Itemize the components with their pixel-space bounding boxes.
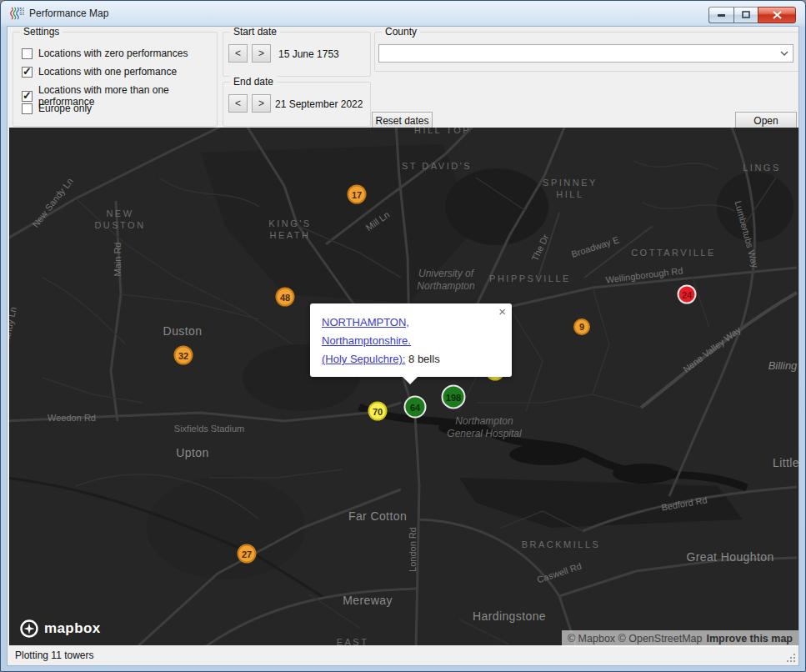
close-button[interactable] [758,7,796,23]
map-label: SPINNEY HILL [543,177,598,200]
map-marker-48[interactable]: 48 [276,288,295,307]
end-date-group: End date < > 21 September 2022 [223,82,371,127]
map-label: Far Cotton [348,509,407,523]
checkbox-label: Locations with one perfomance [38,66,177,78]
map[interactable]: HILL TOPST DAVID'SSPINNEY HILLLINGSNEW D… [9,128,798,647]
popup-bells-text: 8 bells [405,353,439,365]
map-roads-layer [9,128,798,647]
settings-group-label: Settings [20,26,63,38]
end-date-prev-button[interactable]: < [228,94,248,113]
improve-this-map-link[interactable]: Improve this map [707,633,793,644]
map-label: NEW DUSTON [94,208,145,231]
minimize-button[interactable] [708,7,733,23]
end-date-group-label: End date [230,76,277,88]
county-combobox[interactable] [378,44,793,63]
end-date-next-button[interactable]: > [252,94,271,113]
map-label: Northampton General Hospital [447,415,521,440]
chevron-down-icon[interactable] [776,51,793,56]
checkbox-one-performance[interactable]: Locations with one perfomance [22,66,177,78]
checkbox-zero-performances[interactable]: Locations with zero performances [22,48,188,59]
popup-pointer [402,376,418,384]
map-marker-17[interactable]: 17 [348,185,367,204]
map-label: HILL TOP [414,128,471,136]
map-marker-32[interactable]: 32 [174,346,193,365]
maximize-button[interactable] [733,7,758,23]
map-label: Weedon Rd [48,413,96,423]
mapbox-logo[interactable]: mapbox [19,619,101,639]
start-date-group: Start date < > 15 June 1753 [223,32,371,77]
reset-dates-button[interactable]: Reset dates [372,112,433,129]
open-button[interactable]: Open [735,112,797,129]
map-marker-64[interactable]: 64 [404,396,427,419]
app-window: 5:0 0.0 Performance Map Settings Locatio… [0,0,806,672]
map-label: Little [773,456,798,469]
start-date-group-label: Start date [230,26,280,38]
map-label: Main Rd [113,243,123,277]
app-icon: 5:0 0.0 [9,6,24,21]
map-label: Billing [768,359,798,372]
map-label: University of Northampton [417,268,474,293]
mapbox-wordmark: mapbox [44,620,101,637]
window-title: Performance Map [29,8,108,19]
map-label: Upton [176,446,208,459]
county-group: County [374,32,799,72]
settings-group: Settings Locations with zero performance… [13,32,218,127]
client-area: Settings Locations with zero performance… [7,26,799,666]
map-label: COTTARVILLE [631,247,716,258]
county-input[interactable] [379,48,776,59]
map-label: EAST [337,636,369,647]
checkbox-label: Europe only [38,103,92,114]
checkbox-europe-only[interactable]: Europe only [22,103,92,114]
map-marker-27[interactable]: 27 [238,544,257,564]
checkbox-label: Locations with zero performances [38,48,188,59]
status-text: Plotting 11 towers [15,649,94,661]
map-label: London Rd [408,527,418,572]
start-date-prev-button[interactable]: < [228,44,248,63]
popup-close-icon[interactable]: × [498,305,506,318]
map-label: Sixfields Stadium [174,424,244,434]
svg-text:0.0: 0.0 [20,12,25,16]
county-group-label: County [382,26,420,38]
start-date-next-button[interactable]: > [252,44,271,63]
map-label: Great Houghton [686,550,773,564]
start-date-value: 15 June 1753 [278,48,339,60]
map-label: ST DAVID'S [402,160,472,172]
map-label: BRACKMILLS [522,539,601,550]
mapbox-icon [19,619,39,639]
checkbox-box[interactable] [22,103,33,114]
map-label: LINGS [743,162,781,173]
map-popup: × NORTHAMPTON, Northamptonshire.(Holy Se… [310,303,512,377]
map-attribution: © Mapbox © OpenStreetMap Improve this ma… [562,630,798,647]
checkbox-box[interactable] [22,48,33,59]
resize-grip-icon[interactable] [786,653,797,664]
map-label: Hardingstone [473,609,546,623]
checkbox-box[interactable] [22,91,33,102]
title-bar[interactable]: 5:0 0.0 Performance Map [1,1,805,26]
map-marker-70[interactable]: 70 [368,402,388,421]
checkbox-box[interactable] [22,67,33,78]
map-label: KING'S HEATH [268,218,311,241]
map-label: Duston [163,324,203,338]
attribution-text: © Mapbox © OpenStreetMap [568,633,703,644]
map-marker-9[interactable]: 9 [573,318,590,335]
popup-tower-link[interactable]: NORTHAMPTON, Northamptonshire.(Holy Sepu… [322,316,411,365]
map-label: Mereway [343,594,393,607]
end-date-value: 21 September 2022 [275,98,363,110]
map-label: PHIPPSVILLE [489,273,571,284]
map-marker-198[interactable]: 198 [442,385,466,409]
status-bar: Plotting 11 towers [8,645,798,665]
map-marker-24[interactable]: 24 [678,285,697,304]
